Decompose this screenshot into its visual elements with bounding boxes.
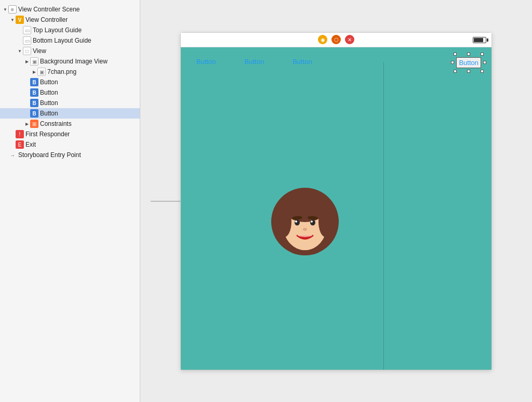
tree-icon-constraints: ⊞	[30, 120, 38, 128]
canvas-button-selected[interactable]: Button	[456, 57, 481, 68]
battery-indicator	[473, 37, 486, 43]
tree-label-bottom-layout: Bottom Layout Guide	[33, 37, 91, 44]
tree-item-responder[interactable]: !First Responder	[0, 129, 140, 139]
selected-button-wrapper: Button	[451, 53, 486, 73]
tree-item-btn1[interactable]: BButton	[0, 77, 140, 87]
tree-label-btn2: Button	[40, 89, 58, 96]
resize-handle-br[interactable]	[481, 70, 484, 73]
tree-icon-scene: ≡	[8, 5, 17, 14]
tree-icon-7chan: ▣	[37, 68, 46, 76]
tree-item-bottom-layout[interactable]: ▭Bottom Layout Guide	[0, 35, 140, 46]
tree-arrow-entry	[2, 152, 8, 158]
tree-arrow-btn1	[24, 79, 30, 85]
tree-arrow-btn3	[24, 100, 30, 106]
tree-item-7chan[interactable]: ▶▣7chan.png	[0, 67, 140, 77]
tree-arrow-bottom-layout	[17, 37, 23, 44]
tree-arrow-exit	[9, 141, 16, 148]
status-icon-orange: ⬡	[331, 35, 341, 44]
tree-item-entry[interactable]: →Storyboard Entry Point	[0, 150, 140, 160]
status-icon-yellow: ◉	[318, 35, 327, 44]
tree-arrow-btn2	[24, 89, 30, 96]
canvas-button-3[interactable]: Button	[292, 58, 312, 66]
resize-handles-bottom	[454, 70, 484, 73]
tree-arrow-constraints[interactable]: ▶	[24, 121, 30, 127]
resize-handles-top	[454, 53, 484, 56]
tree-icon-top-layout: ▭	[23, 26, 31, 34]
tree-icon-entry: →	[8, 151, 17, 159]
tree-icon-view: □	[23, 47, 31, 55]
svg-point-4	[318, 206, 333, 237]
view-background: Button Button Button Button	[181, 47, 491, 370]
resize-handle-tc[interactable]	[467, 53, 470, 56]
tree-arrow-7chan[interactable]: ▶	[31, 69, 37, 75]
tree-item-vc[interactable]: ▼VView Controller	[0, 15, 140, 25]
main-canvas-area: ◉ ⬡ ✕ Button Button Button	[140, 0, 532, 402]
tree-item-scene[interactable]: ▼≡View Controller Scene	[0, 4, 140, 15]
tree-arrow-scene[interactable]: ▼	[2, 6, 8, 12]
resize-handle-tr[interactable]	[481, 53, 484, 56]
tree-label-7chan: 7chan.png	[47, 68, 76, 75]
canvas-button-2[interactable]: Button	[245, 58, 264, 66]
canvas-button-1[interactable]: Button	[196, 58, 216, 66]
tree-icon-btn2: B	[30, 88, 38, 97]
tree-arrow-vc[interactable]: ▼	[9, 17, 16, 23]
tree-label-btn3: Button	[40, 99, 58, 107]
tree-label-responder: First Responder	[25, 131, 70, 138]
tree-label-constraints: Constraints	[40, 120, 72, 127]
tree-label-btn4: Button	[40, 110, 58, 117]
tree-item-btn2[interactable]: BButton	[0, 87, 140, 98]
tree-icon-btn3: B	[30, 99, 38, 107]
avatar-container	[271, 188, 339, 257]
tree-item-btn4[interactable]: BButton	[0, 108, 140, 119]
tree-item-bg-image[interactable]: ▶▣Background Image View	[0, 56, 140, 67]
tree-item-exit[interactable]: EExit	[0, 139, 140, 150]
tree-arrow-responder	[9, 131, 16, 137]
resize-handle-bl[interactable]	[454, 70, 457, 73]
tree-icon-exit: E	[16, 140, 24, 149]
tree-label-btn1: Button	[40, 79, 58, 86]
tree-item-btn3[interactable]: BButton	[0, 98, 140, 108]
resize-handle-mr[interactable]	[483, 61, 486, 64]
tree-label-bg-image: Background Image View	[40, 58, 108, 65]
tree-arrow-btn4	[24, 110, 30, 116]
tree-item-view[interactable]: ▼□View	[0, 46, 140, 56]
svg-point-3	[277, 206, 291, 237]
view-divider	[383, 62, 384, 370]
tree-arrow-bg-image[interactable]: ▶	[24, 58, 30, 64]
resize-handle-tl[interactable]	[454, 53, 457, 56]
tree-label-vc: View Controller	[25, 16, 68, 23]
svg-point-10	[311, 221, 313, 223]
tree-item-constraints[interactable]: ▶⊞Constraints	[0, 119, 140, 129]
tree-label-top-layout: Top Layout Guide	[33, 27, 82, 34]
avatar-face	[271, 188, 339, 255]
left-panel: ▼≡View Controller Scene▼VView Controller…	[0, 0, 140, 402]
svg-point-11	[303, 228, 307, 231]
tree-icon-bg-image: ▣	[30, 57, 38, 66]
resize-handle-ml[interactable]	[451, 61, 454, 64]
tree-item-top-layout[interactable]: ▭Top Layout Guide	[0, 25, 140, 35]
tree-label-entry: Storyboard Entry Point	[18, 151, 81, 159]
resize-handle-bc[interactable]	[467, 70, 470, 73]
svg-point-7	[295, 219, 300, 225]
tree-icon-btn4: B	[30, 109, 38, 118]
tree-label-exit: Exit	[25, 141, 36, 148]
tree-arrow-top-layout	[17, 27, 23, 33]
tree-icon-btn1: B	[30, 78, 38, 86]
tree-icon-bottom-layout: ▭	[23, 36, 31, 45]
tree-label-view: View	[33, 47, 46, 55]
battery-fill	[474, 38, 483, 42]
status-icons: ◉ ⬡ ✕	[318, 35, 354, 44]
tree-label-scene: View Controller Scene	[18, 6, 80, 13]
view-controller-canvas: ◉ ⬡ ✕ Button Button Button	[180, 32, 492, 370]
tree-icon-responder: !	[16, 130, 24, 138]
status-icon-red: ✕	[345, 35, 354, 44]
status-bar: ◉ ⬡ ✕	[181, 33, 491, 47]
buttons-row: Button Button Button	[181, 58, 491, 66]
svg-point-8	[310, 219, 315, 225]
svg-point-9	[295, 221, 297, 223]
tree-icon-vc: V	[16, 16, 24, 24]
tree-arrow-view[interactable]: ▼	[17, 48, 23, 54]
